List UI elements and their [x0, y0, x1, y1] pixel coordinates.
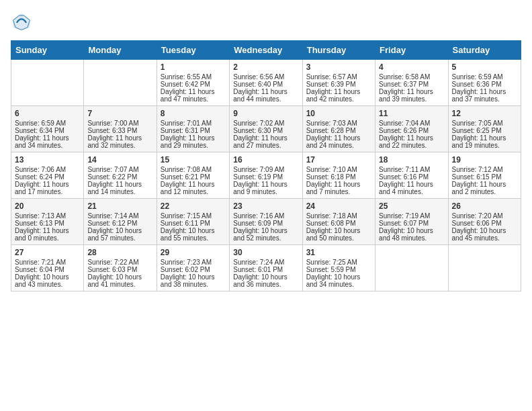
sunrise-text: Sunrise: 7:04 AM	[379, 120, 444, 127]
sunset-text: Sunset: 6:09 PM	[233, 220, 298, 227]
sunset-text: Sunset: 6:25 PM	[452, 127, 517, 134]
calendar-table: SundayMondayTuesdayWednesdayThursdayFrid…	[11, 40, 521, 291]
sunset-text: Sunset: 6:39 PM	[306, 81, 371, 88]
daylight-text: Daylight: 10 hours and 43 minutes.	[15, 273, 80, 288]
calendar-day-cell: 20Sunrise: 7:13 AMSunset: 6:13 PMDayligh…	[11, 199, 84, 245]
daylight-text: Daylight: 11 hours and 27 minutes.	[233, 134, 298, 149]
daylight-text: Daylight: 10 hours and 48 minutes.	[379, 227, 444, 242]
daylight-text: Daylight: 11 hours and 17 minutes.	[15, 181, 80, 195]
day-number: 28	[87, 248, 152, 257]
daylight-text: Daylight: 11 hours and 24 minutes.	[306, 134, 371, 149]
day-number: 14	[87, 155, 152, 165]
day-number: 6	[15, 109, 80, 118]
sunset-text: Sunset: 6:12 PM	[87, 220, 152, 227]
sunset-text: Sunset: 6:15 PM	[452, 173, 517, 181]
calendar-day-cell: 19Sunrise: 7:12 AMSunset: 6:15 PMDayligh…	[448, 152, 521, 199]
daylight-text: Daylight: 11 hours and 9 minutes.	[233, 181, 298, 195]
daylight-text: Daylight: 11 hours and 22 minutes.	[379, 134, 444, 149]
sunrise-text: Sunrise: 7:08 AM	[161, 166, 226, 173]
weekday-header-wednesday: Wednesday	[230, 41, 302, 60]
sunrise-text: Sunrise: 7:00 AM	[87, 120, 152, 127]
day-number: 19	[452, 155, 517, 165]
sunrise-text: Sunrise: 7:25 AM	[306, 259, 371, 266]
sunrise-text: Sunrise: 6:59 AM	[452, 73, 517, 81]
calendar-day-cell: 28Sunrise: 7:22 AMSunset: 6:03 PMDayligh…	[84, 245, 157, 291]
calendar-day-cell: 31Sunrise: 7:25 AMSunset: 5:59 PMDayligh…	[302, 245, 375, 291]
day-number: 16	[233, 155, 298, 165]
calendar-week-row: 20Sunrise: 7:13 AMSunset: 6:13 PMDayligh…	[11, 199, 521, 245]
sunset-text: Sunset: 6:13 PM	[15, 220, 80, 227]
calendar-day-cell: 9Sunrise: 7:02 AMSunset: 6:30 PMDaylight…	[230, 106, 302, 152]
sunset-text: Sunset: 6:30 PM	[233, 127, 298, 134]
sunrise-text: Sunrise: 7:21 AM	[15, 259, 80, 266]
calendar-day-cell: 13Sunrise: 7:06 AMSunset: 6:24 PMDayligh…	[11, 152, 84, 199]
daylight-text: Daylight: 11 hours and 14 minutes.	[87, 181, 152, 195]
calendar-day-cell: 10Sunrise: 7:03 AMSunset: 6:28 PMDayligh…	[302, 106, 375, 152]
calendar-day-cell: 7Sunrise: 7:00 AMSunset: 6:33 PMDaylight…	[84, 106, 157, 152]
sunrise-text: Sunrise: 7:06 AM	[15, 166, 80, 173]
sunset-text: Sunset: 6:16 PM	[379, 173, 444, 181]
logo-icon	[11, 11, 32, 32]
daylight-text: Daylight: 10 hours and 52 minutes.	[233, 227, 298, 242]
weekday-header-row: SundayMondayTuesdayWednesdayThursdayFrid…	[11, 41, 521, 60]
sunset-text: Sunset: 6:22 PM	[87, 173, 152, 181]
calendar-day-cell	[84, 60, 157, 106]
daylight-text: Daylight: 11 hours and 19 minutes.	[452, 134, 517, 149]
day-number: 25	[379, 201, 444, 211]
sunrise-text: Sunrise: 6:58 AM	[379, 73, 444, 81]
daylight-text: Daylight: 11 hours and 2 minutes.	[452, 181, 517, 195]
sunrise-text: Sunrise: 7:11 AM	[379, 166, 444, 173]
sunrise-text: Sunrise: 7:14 AM	[87, 212, 152, 220]
sunrise-text: Sunrise: 7:10 AM	[306, 166, 371, 173]
day-number: 3	[306, 62, 371, 72]
sunset-text: Sunset: 6:06 PM	[452, 220, 517, 227]
day-number: 22	[161, 201, 226, 211]
calendar-week-row: 1Sunrise: 6:55 AMSunset: 6:42 PMDaylight…	[11, 60, 521, 106]
sunrise-text: Sunrise: 7:19 AM	[379, 212, 444, 220]
calendar-day-cell: 5Sunrise: 6:59 AMSunset: 6:36 PMDaylight…	[448, 60, 521, 106]
sunrise-text: Sunrise: 7:03 AM	[306, 120, 371, 127]
daylight-text: Daylight: 11 hours and 29 minutes.	[161, 134, 226, 149]
day-number: 1	[161, 62, 226, 72]
weekday-header-friday: Friday	[375, 41, 448, 60]
daylight-text: Daylight: 10 hours and 45 minutes.	[452, 227, 517, 242]
day-number: 15	[161, 155, 226, 165]
calendar-week-row: 6Sunrise: 6:59 AMSunset: 6:34 PMDaylight…	[11, 106, 521, 152]
calendar-week-row: 27Sunrise: 7:21 AMSunset: 6:04 PMDayligh…	[11, 245, 521, 291]
sunset-text: Sunset: 6:19 PM	[233, 173, 298, 181]
sunset-text: Sunset: 6:21 PM	[161, 173, 226, 181]
calendar-week-row: 13Sunrise: 7:06 AMSunset: 6:24 PMDayligh…	[11, 152, 521, 199]
sunrise-text: Sunrise: 6:56 AM	[233, 73, 298, 81]
sunset-text: Sunset: 6:40 PM	[233, 81, 298, 88]
sunrise-text: Sunrise: 7:12 AM	[452, 166, 517, 173]
daylight-text: Daylight: 11 hours and 7 minutes.	[306, 181, 371, 195]
day-number: 29	[161, 248, 226, 257]
day-number: 24	[306, 201, 371, 211]
day-number: 5	[452, 62, 517, 72]
sunset-text: Sunset: 6:26 PM	[379, 127, 444, 134]
sunset-text: Sunset: 6:42 PM	[161, 81, 226, 88]
sunset-text: Sunset: 6:03 PM	[87, 266, 152, 273]
sunrise-text: Sunrise: 7:18 AM	[306, 212, 371, 220]
sunset-text: Sunset: 6:36 PM	[452, 81, 517, 88]
logo	[11, 11, 35, 32]
day-number: 13	[15, 155, 80, 165]
calendar-day-cell: 29Sunrise: 7:23 AMSunset: 6:02 PMDayligh…	[157, 245, 229, 291]
daylight-text: Daylight: 10 hours and 41 minutes.	[87, 273, 152, 288]
sunset-text: Sunset: 6:37 PM	[379, 81, 444, 88]
weekday-header-sunday: Sunday	[11, 41, 84, 60]
calendar-day-cell: 16Sunrise: 7:09 AMSunset: 6:19 PMDayligh…	[230, 152, 302, 199]
sunrise-text: Sunrise: 7:15 AM	[161, 212, 226, 220]
sunrise-text: Sunrise: 7:02 AM	[233, 120, 298, 127]
sunset-text: Sunset: 6:02 PM	[161, 266, 226, 273]
calendar-day-cell: 18Sunrise: 7:11 AMSunset: 6:16 PMDayligh…	[375, 152, 448, 199]
day-number: 8	[161, 109, 226, 118]
sunrise-text: Sunrise: 7:23 AM	[161, 259, 226, 266]
daylight-text: Daylight: 11 hours and 37 minutes.	[452, 88, 517, 103]
calendar-day-cell: 21Sunrise: 7:14 AMSunset: 6:12 PMDayligh…	[84, 199, 157, 245]
day-number: 12	[452, 109, 517, 118]
calendar-day-cell: 15Sunrise: 7:08 AMSunset: 6:21 PMDayligh…	[157, 152, 229, 199]
sunset-text: Sunset: 6:34 PM	[15, 127, 80, 134]
daylight-text: Daylight: 11 hours and 0 minutes.	[15, 227, 80, 242]
day-number: 23	[233, 201, 298, 211]
